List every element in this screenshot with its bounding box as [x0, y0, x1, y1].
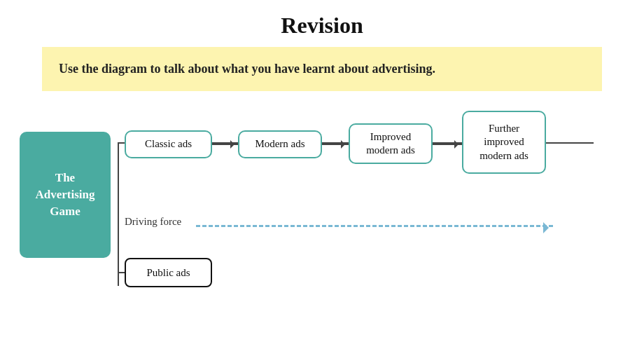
- ad-game-box: The Advertising Game: [20, 132, 111, 258]
- diagram-area: The Advertising Game Classic ads Modern …: [0, 104, 644, 300]
- instruction-text: Use the diagram to talk about what you h…: [59, 62, 435, 76]
- modern-ads-node: Modern ads: [238, 130, 322, 158]
- further-ads-node: Further improved modern ads: [462, 111, 546, 174]
- dashed-arrow: [196, 225, 553, 227]
- driving-force-text: Driving force: [125, 216, 181, 227]
- driving-force-label: Driving force: [125, 216, 181, 228]
- improved-ads-node: Improved modern ads: [349, 123, 433, 164]
- classic-ads-label: Classic ads: [145, 137, 192, 151]
- arrow-improved-further: [432, 144, 462, 145]
- vertical-line: [118, 142, 119, 286]
- classic-ads-node: Classic ads: [125, 130, 212, 158]
- arrow-classic-modern: [211, 144, 238, 145]
- arrow-modern-improved: [321, 144, 349, 145]
- ad-game-label: The Advertising Game: [27, 170, 104, 219]
- modern-ads-label: Modern ads: [255, 137, 304, 151]
- improved-ads-label: Improved modern ads: [357, 130, 424, 158]
- public-ads-label: Public ads: [146, 267, 190, 279]
- further-ads-label: Further improved modern ads: [470, 122, 538, 163]
- title-text: Revision: [281, 13, 363, 38]
- page-title: Revision: [0, 0, 644, 47]
- public-ads-node: Public ads: [125, 258, 212, 287]
- instruction-box: Use the diagram to talk about what you h…: [42, 47, 602, 91]
